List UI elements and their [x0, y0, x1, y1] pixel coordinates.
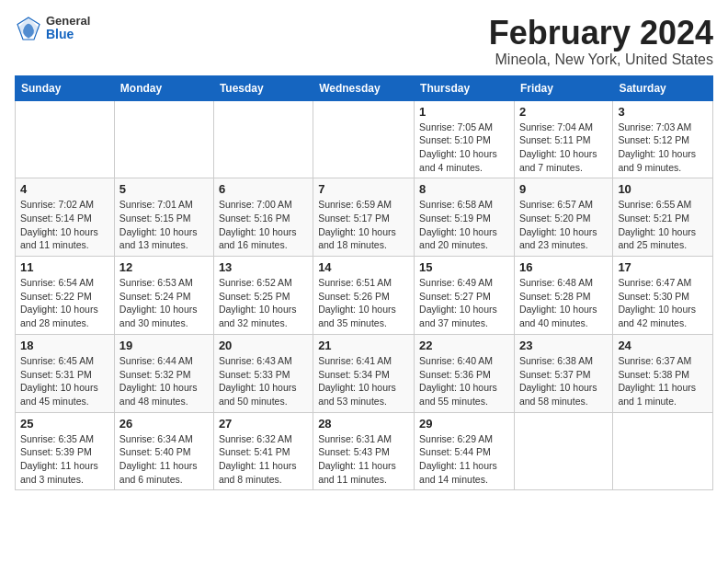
- day-number: 13: [219, 260, 308, 274]
- logo-icon: [15, 15, 42, 42]
- day-info: Sunrise: 6:53 AMSunset: 5:24 PMDaylight:…: [119, 276, 209, 330]
- calendar-header-row: SundayMondayTuesdayWednesdayThursdayFrid…: [16, 75, 713, 100]
- day-info: Sunrise: 6:32 AMSunset: 5:41 PMDaylight:…: [219, 432, 308, 487]
- calendar-cell: 25Sunrise: 6:35 AMSunset: 5:39 PMDayligh…: [16, 412, 115, 490]
- day-info: Sunrise: 6:31 AMSunset: 5:43 PMDaylight:…: [318, 432, 409, 487]
- day-number: 1: [419, 105, 509, 119]
- page-title: February 2024: [489, 15, 713, 52]
- calendar-cell: 13Sunrise: 6:52 AMSunset: 5:25 PMDayligh…: [213, 257, 313, 335]
- day-number: 10: [618, 182, 708, 196]
- day-number: 5: [119, 182, 209, 196]
- day-info: Sunrise: 7:03 AMSunset: 5:12 PMDaylight:…: [618, 121, 708, 175]
- calendar-cell: 23Sunrise: 6:38 AMSunset: 5:37 PMDayligh…: [514, 334, 612, 412]
- logo-text: General Blue: [46, 15, 90, 42]
- day-number: 22: [419, 339, 509, 352]
- day-number: 23: [519, 339, 608, 352]
- calendar-week-row: 4Sunrise: 7:02 AMSunset: 5:14 PMDaylight…: [16, 178, 713, 257]
- day-info: Sunrise: 7:00 AMSunset: 5:16 PMDaylight:…: [219, 198, 308, 252]
- calendar-cell: 11Sunrise: 6:54 AMSunset: 5:22 PMDayligh…: [16, 257, 115, 335]
- page-header: General Blue February 2024 Mineola, New …: [15, 15, 713, 68]
- day-info: Sunrise: 6:52 AMSunset: 5:25 PMDaylight:…: [219, 276, 308, 330]
- calendar-cell: 26Sunrise: 6:34 AMSunset: 5:40 PMDayligh…: [114, 412, 213, 490]
- day-number: 4: [20, 182, 109, 196]
- calendar-week-row: 1Sunrise: 7:05 AMSunset: 5:10 PMDaylight…: [16, 100, 713, 178]
- day-info: Sunrise: 7:02 AMSunset: 5:14 PMDaylight:…: [20, 198, 109, 252]
- col-header-tuesday: Tuesday: [213, 75, 313, 100]
- calendar-week-row: 25Sunrise: 6:35 AMSunset: 5:39 PMDayligh…: [16, 412, 713, 490]
- calendar-cell: 28Sunrise: 6:31 AMSunset: 5:43 PMDayligh…: [313, 412, 415, 490]
- day-number: 8: [419, 182, 509, 196]
- day-number: 27: [219, 417, 308, 431]
- title-area: February 2024 Mineola, New York, United …: [489, 15, 713, 68]
- calendar-cell: 27Sunrise: 6:32 AMSunset: 5:41 PMDayligh…: [213, 412, 313, 490]
- calendar-cell: 21Sunrise: 6:41 AMSunset: 5:34 PMDayligh…: [313, 334, 415, 412]
- day-number: 18: [20, 339, 109, 352]
- day-number: 15: [419, 260, 509, 274]
- calendar-cell: 1Sunrise: 7:05 AMSunset: 5:10 PMDaylight…: [415, 100, 515, 178]
- day-info: Sunrise: 6:49 AMSunset: 5:27 PMDaylight:…: [419, 276, 509, 330]
- day-number: 20: [219, 339, 308, 352]
- day-info: Sunrise: 6:37 AMSunset: 5:38 PMDaylight:…: [618, 354, 708, 408]
- day-number: 28: [318, 417, 409, 431]
- day-info: Sunrise: 6:34 AMSunset: 5:40 PMDaylight:…: [119, 432, 209, 487]
- calendar-cell: 7Sunrise: 6:59 AMSunset: 5:17 PMDaylight…: [313, 178, 415, 257]
- col-header-saturday: Saturday: [613, 75, 713, 100]
- day-number: 25: [20, 417, 109, 431]
- day-number: 19: [119, 339, 209, 352]
- calendar-cell: 2Sunrise: 7:04 AMSunset: 5:11 PMDaylight…: [514, 100, 612, 178]
- calendar-cell: 15Sunrise: 6:49 AMSunset: 5:27 PMDayligh…: [415, 257, 515, 335]
- day-number: 17: [618, 260, 708, 274]
- day-number: 16: [519, 260, 608, 274]
- day-info: Sunrise: 7:01 AMSunset: 5:15 PMDaylight:…: [119, 198, 209, 252]
- calendar-cell: 17Sunrise: 6:47 AMSunset: 5:30 PMDayligh…: [613, 257, 713, 335]
- calendar-cell: 16Sunrise: 6:48 AMSunset: 5:28 PMDayligh…: [514, 257, 612, 335]
- col-header-sunday: Sunday: [16, 75, 115, 100]
- day-info: Sunrise: 6:35 AMSunset: 5:39 PMDaylight:…: [20, 432, 109, 487]
- calendar-cell: [613, 412, 713, 490]
- calendar-cell: 5Sunrise: 7:01 AMSunset: 5:15 PMDaylight…: [114, 178, 213, 257]
- calendar-cell: [514, 412, 612, 490]
- col-header-wednesday: Wednesday: [313, 75, 415, 100]
- calendar-cell: 22Sunrise: 6:40 AMSunset: 5:36 PMDayligh…: [415, 334, 515, 412]
- calendar-cell: 4Sunrise: 7:02 AMSunset: 5:14 PMDaylight…: [16, 178, 115, 257]
- day-number: 11: [20, 260, 109, 274]
- day-number: 12: [119, 260, 209, 274]
- day-info: Sunrise: 7:04 AMSunset: 5:11 PMDaylight:…: [519, 121, 608, 175]
- calendar-cell: 29Sunrise: 6:29 AMSunset: 5:44 PMDayligh…: [415, 412, 515, 490]
- day-info: Sunrise: 6:48 AMSunset: 5:28 PMDaylight:…: [519, 276, 608, 330]
- day-number: 26: [119, 417, 209, 431]
- calendar-cell: 18Sunrise: 6:45 AMSunset: 5:31 PMDayligh…: [16, 334, 115, 412]
- day-info: Sunrise: 6:59 AMSunset: 5:17 PMDaylight:…: [318, 198, 409, 252]
- day-info: Sunrise: 6:40 AMSunset: 5:36 PMDaylight:…: [419, 354, 509, 408]
- day-info: Sunrise: 6:44 AMSunset: 5:32 PMDaylight:…: [119, 354, 209, 408]
- calendar-week-row: 18Sunrise: 6:45 AMSunset: 5:31 PMDayligh…: [16, 334, 713, 412]
- calendar-cell: 10Sunrise: 6:55 AMSunset: 5:21 PMDayligh…: [613, 178, 713, 257]
- logo: General Blue: [15, 15, 90, 42]
- logo-blue-text: Blue: [46, 28, 90, 41]
- logo-general-text: General: [46, 15, 90, 28]
- calendar-cell: [313, 100, 415, 178]
- day-number: 14: [318, 260, 409, 274]
- calendar-table: SundayMondayTuesdayWednesdayThursdayFrid…: [15, 75, 713, 491]
- calendar-cell: [16, 100, 115, 178]
- calendar-cell: [213, 100, 313, 178]
- col-header-thursday: Thursday: [415, 75, 515, 100]
- calendar-cell: 6Sunrise: 7:00 AMSunset: 5:16 PMDaylight…: [213, 178, 313, 257]
- day-info: Sunrise: 7:05 AMSunset: 5:10 PMDaylight:…: [419, 121, 509, 175]
- calendar-cell: 8Sunrise: 6:58 AMSunset: 5:19 PMDaylight…: [415, 178, 515, 257]
- day-info: Sunrise: 6:41 AMSunset: 5:34 PMDaylight:…: [318, 354, 409, 408]
- calendar-cell: 24Sunrise: 6:37 AMSunset: 5:38 PMDayligh…: [613, 334, 713, 412]
- calendar-cell: 3Sunrise: 7:03 AMSunset: 5:12 PMDaylight…: [613, 100, 713, 178]
- day-number: 21: [318, 339, 409, 352]
- day-info: Sunrise: 6:47 AMSunset: 5:30 PMDaylight:…: [618, 276, 708, 330]
- calendar-cell: 20Sunrise: 6:43 AMSunset: 5:33 PMDayligh…: [213, 334, 313, 412]
- day-info: Sunrise: 6:43 AMSunset: 5:33 PMDaylight:…: [219, 354, 308, 408]
- day-number: 2: [519, 105, 608, 119]
- day-number: 7: [318, 182, 409, 196]
- calendar-cell: 9Sunrise: 6:57 AMSunset: 5:20 PMDaylight…: [514, 178, 612, 257]
- calendar-cell: 19Sunrise: 6:44 AMSunset: 5:32 PMDayligh…: [114, 334, 213, 412]
- day-number: 9: [519, 182, 608, 196]
- calendar-cell: 14Sunrise: 6:51 AMSunset: 5:26 PMDayligh…: [313, 257, 415, 335]
- calendar-week-row: 11Sunrise: 6:54 AMSunset: 5:22 PMDayligh…: [16, 257, 713, 335]
- day-info: Sunrise: 6:54 AMSunset: 5:22 PMDaylight:…: [20, 276, 109, 330]
